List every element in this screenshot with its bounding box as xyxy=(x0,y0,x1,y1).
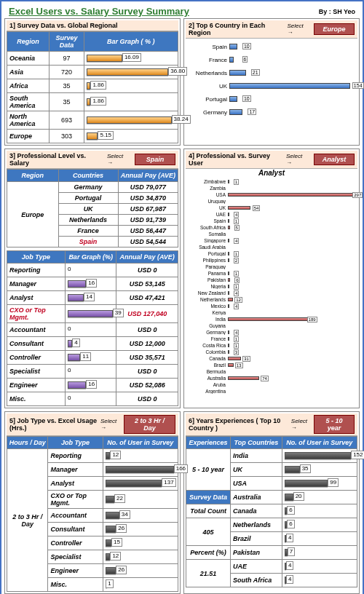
table-row: Specialist0USD 0 xyxy=(7,365,178,379)
panel-prof-salary: 3] Professional Level vs. Salary Select … xyxy=(4,148,181,408)
table-row: North America69338.24 xyxy=(7,111,178,130)
table-row: Asia72036.80 xyxy=(7,66,178,79)
table-row: Consultant4USD 12,000 xyxy=(7,337,178,351)
table-job-pay: Job Type Bar Graph (%) Annual Pay (AVE) … xyxy=(7,250,178,406)
profession-select[interactable]: Analyst xyxy=(314,154,355,165)
chart-bar: UAE4 xyxy=(189,211,355,218)
table-row: 21.51UAE4 xyxy=(186,560,357,574)
hdr-job: Job Type xyxy=(7,251,66,264)
chart-bar: Australia74 xyxy=(189,375,355,381)
hdr-country: Top Countries xyxy=(231,437,282,449)
hdr-hours: Hours / Day xyxy=(7,437,48,449)
table-row: Engineer16USD 52,086 xyxy=(7,379,178,392)
chart-bar: Netherlands21 xyxy=(189,66,355,79)
table-row: Percent (%)Pakistan7 xyxy=(186,546,357,560)
chart-bar: Aruba xyxy=(189,381,355,388)
chart-bar: Guyana xyxy=(189,322,355,329)
experience-select[interactable]: 5 - 10 year xyxy=(314,415,355,434)
panel-jobtype-usage: 5] Job Type vs. Excel Usage (Hrs.) Selec… xyxy=(4,411,181,594)
chart-bar: Brazil13 xyxy=(189,362,355,368)
table-country-pay: Region Countries Annual Pay (AVE) Europe… xyxy=(7,169,178,248)
hdr-barpct: Bar Graph (%) xyxy=(65,251,116,264)
chart-bar: Spain1 xyxy=(189,218,355,224)
panel-prof-surveyuser: 4] Professional vs. Survey User Select →… xyxy=(183,148,360,408)
table-row: 5 - 10 yearIndia152 xyxy=(186,449,357,463)
chart-bar: Panama1 xyxy=(189,270,355,277)
panel-top6-country: 2] Top 6 Country in Each Region Select →… xyxy=(183,18,360,146)
hdr-pay: Annual Pay (AVE) xyxy=(116,251,178,264)
chart-bar: Saudi Arabia xyxy=(189,244,355,250)
chart-top6: Spain10France6Netherlands21UK154Portugal… xyxy=(186,39,357,120)
hdr-surveydata: Survey Data xyxy=(50,32,84,52)
chart-bar: South Africa5 xyxy=(189,224,355,231)
chart-bar: Colombia3 xyxy=(189,349,355,355)
hdr-users: No. of User in Survey xyxy=(103,437,178,449)
table-row: Analyst14USD 47,421 xyxy=(7,291,178,305)
region-select[interactable]: Europe xyxy=(314,23,355,35)
hdr-pay: Annual Pay (AVE) xyxy=(118,170,178,182)
country-select[interactable]: Spain xyxy=(135,154,175,165)
table-row: Manager16USD 53,145 xyxy=(7,277,178,291)
table-row: Africa351.86 xyxy=(7,79,178,93)
chart-bar: Argentina xyxy=(189,388,355,395)
chart-bar: Costa Rica1 xyxy=(189,342,355,349)
chart-bar: Netherlands12 xyxy=(189,296,355,303)
chart-bar: Philippines2 xyxy=(189,257,355,264)
chart-bar: India189 xyxy=(189,316,355,322)
chart-bar: Pakistan6 xyxy=(189,277,355,283)
chart-bar: Nigeria1 xyxy=(189,283,355,290)
chart-bar: USA297 xyxy=(189,191,355,198)
table-row: Total CountCanada6 xyxy=(186,504,357,518)
chart-bar: Uruguay xyxy=(189,198,355,205)
table-row: Survey DataAustralia20 xyxy=(186,491,357,504)
hdr-users: No. of User in Survey xyxy=(282,437,357,449)
chart-bar: New Zealand4 xyxy=(189,290,355,296)
table-row: South America351.86 xyxy=(7,93,178,111)
panel1-title: 1] Survey Data vs. Global Regional xyxy=(9,22,118,29)
hdr-job: Job Type xyxy=(48,437,103,449)
select-label: Select → xyxy=(286,153,309,166)
hdr-region: Region xyxy=(7,32,50,52)
chart-bar: Portugal1 xyxy=(189,250,355,257)
panel-years-exp: 6] Years Experiences ( Top 10 Country ) … xyxy=(183,411,360,594)
hdr-region: Region xyxy=(7,170,59,182)
panel3-title: 3] Professional Level vs. Salary xyxy=(9,152,107,167)
chart-bar: France6 xyxy=(189,53,355,66)
chart-bar: Spain10 xyxy=(189,40,355,53)
panel6-title: 6] Years Experiences ( Top 10 Country ) xyxy=(189,417,291,432)
chart-bar: UK54 xyxy=(189,205,355,211)
table-regional: Region Survey Data Bar Graph ( % ) Ocean… xyxy=(7,31,178,143)
select-label: Select → xyxy=(100,418,119,431)
chart-bar: France1 xyxy=(189,336,355,342)
select-label: Select → xyxy=(288,23,310,36)
table-row: 405Netherlands6 xyxy=(186,518,357,532)
table-row: Europe3035.15 xyxy=(7,130,178,143)
chart-bar: Paraguay xyxy=(189,264,355,270)
chart-bar: Germany4 xyxy=(189,329,355,336)
chart-bar: Portugal10 xyxy=(189,92,355,106)
table-row: Reporting0USD 0 xyxy=(7,264,178,277)
chart-bar: Canada31 xyxy=(189,355,355,362)
chart-bar: Germany17 xyxy=(189,106,355,119)
table-row: Misc.0USD 0 xyxy=(7,392,178,406)
table-row: 2 to 3 Hr / DayReporting12 xyxy=(7,449,178,463)
chart-bar: Somalia xyxy=(189,231,355,237)
table-row: Oceania9716.09 xyxy=(7,52,178,66)
chart-bar: Singapore4 xyxy=(189,237,355,244)
chart-analyst: Zimbabwe1ZambiaUSA297UruguayUK54UAE4Spai… xyxy=(186,177,357,396)
panel-survey-regional: 1] Survey Data vs. Global Regional Regio… xyxy=(4,18,181,146)
hours-select[interactable]: 2 to 3 Hr / Day xyxy=(124,415,175,434)
panel4-title: 4] Professional vs. Survey User xyxy=(189,152,286,167)
chart-bar: Zambia xyxy=(189,185,355,191)
chart-bar: Zimbabwe1 xyxy=(189,178,355,185)
table-row: EuropeGermanyUSD 79,077 xyxy=(7,182,178,193)
hdr-countries: Countries xyxy=(58,170,118,182)
chart-bar: Mexico4 xyxy=(189,303,355,309)
page-title: Excel Users vs. Salary Survey Summary xyxy=(9,6,189,17)
table-row: Controller11USD 35,571 xyxy=(7,351,178,365)
chart-bar: Bermuda xyxy=(189,368,355,375)
byline: By : SH Yeo xyxy=(319,8,355,15)
select-label: Select → xyxy=(107,153,130,166)
table-usage: Hours / Day Job Type No. of User in Surv… xyxy=(7,436,178,592)
chart-bar: Kenya xyxy=(189,309,355,316)
